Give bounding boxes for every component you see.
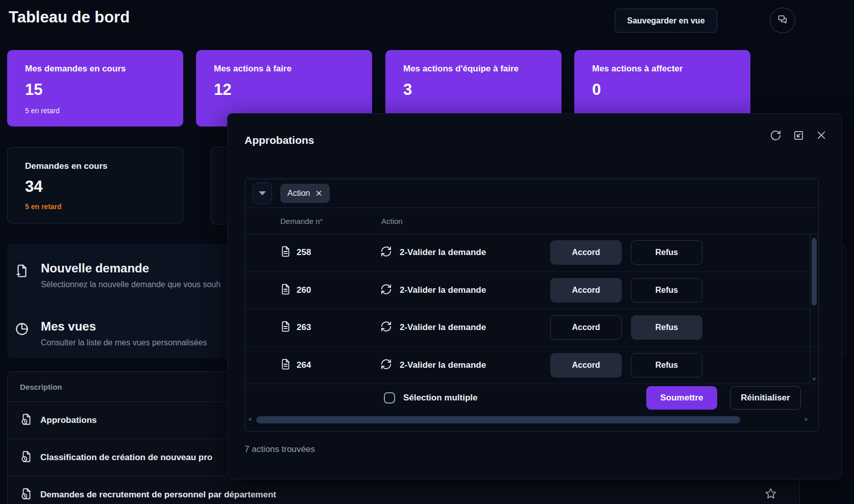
table-header: Demande n° Action (246, 208, 818, 234)
scroll-right-icon[interactable] (805, 417, 808, 421)
scroll-left-icon[interactable] (248, 417, 251, 421)
chevron-down-icon (259, 191, 266, 195)
accord-button[interactable]: Accord (550, 240, 622, 265)
quick-link-nouvelle-demande[interactable]: Nouvelle demande Sélectionnez la nouvell… (14, 261, 221, 289)
filter-chip-label: Action (287, 189, 310, 198)
stat-note: 5 en retard (25, 107, 173, 115)
refresh-icon[interactable] (769, 129, 782, 141)
result-count: 7 actions trouvées (245, 444, 315, 455)
vertical-scrollbar[interactable] (810, 234, 818, 384)
sync-icon (380, 358, 392, 372)
expand-icon[interactable] (792, 129, 804, 141)
file-lines-icon (279, 245, 292, 260)
column-demande: Demande n° (246, 217, 381, 225)
approval-row: 258 2-Valider la demande Accord Refus (246, 234, 818, 272)
scroll-down-icon[interactable] (812, 378, 816, 381)
horizontal-scrollbar[interactable] (246, 412, 818, 431)
refus-button[interactable]: Refus (631, 315, 702, 340)
modal-title: Approbations (245, 134, 314, 146)
stat-card-mes-demandes[interactable]: Mes demandes en cours 15 5 en retard (7, 50, 183, 127)
approval-row: 260 2-Valider la demande Accord Refus (246, 272, 818, 310)
accord-button[interactable]: Accord (550, 278, 622, 303)
sync-icon (380, 246, 392, 260)
summary-note: 5 en retard (25, 203, 173, 211)
quick-link-text: Nouvelle demande Sélectionnez la nouvell… (41, 261, 221, 289)
multi-select-checkbox[interactable] (384, 392, 395, 404)
request-number: 263 (297, 322, 311, 333)
description-row-label: Approbations (40, 415, 97, 425)
approval-row: 263 2-Valider la demande Accord Refus (246, 309, 818, 347)
stat-label: Mes actions d'équipe à faire (403, 64, 551, 74)
summary-value: 34 (25, 178, 173, 196)
approbations-modal: Approbations (227, 113, 842, 480)
file-plus-icon (14, 263, 30, 281)
sync-icon (380, 283, 392, 297)
description-row-label: Classification de création de nouveau pr… (40, 452, 212, 463)
pie-chart-icon (14, 321, 30, 339)
stat-value: 3 (403, 81, 551, 99)
action-label: 2-Valider la demande (400, 247, 486, 258)
stat-label: Mes actions à affecter (592, 64, 740, 74)
submit-button[interactable]: Soumettre (646, 386, 717, 410)
save-view-button[interactable]: Sauvegarder en vue (615, 9, 717, 33)
accord-button[interactable]: Accord (550, 315, 622, 340)
action-label: 2-Valider la demande (400, 360, 486, 370)
refus-button[interactable]: Refus (631, 278, 702, 303)
quick-link-title: Mes vues (41, 319, 207, 334)
stat-value: 0 (592, 81, 740, 99)
chat-button[interactable] (770, 8, 795, 33)
close-icon[interactable] (815, 129, 827, 141)
reset-button[interactable]: Réinitialiser (730, 386, 801, 410)
refus-button[interactable]: Refus (631, 240, 702, 265)
chip-close-icon[interactable]: ✕ (315, 188, 322, 199)
action-label: 2-Valider la demande (400, 285, 486, 295)
filter-bar: Action ✕ (246, 179, 818, 208)
quick-link-mes-vues[interactable]: Mes vues Consulter la liste de mes vues … (14, 319, 207, 347)
dashboard-page: Tableau de bord Sauvegarder en vue Mes d… (0, 0, 854, 504)
modal-toolbar (769, 129, 827, 141)
quick-link-subtitle: Consulter la liste de mes vues personnal… (41, 338, 207, 347)
multi-select-label: Sélection multiple (403, 393, 477, 403)
file-lines-icon (279, 283, 292, 297)
page-title: Tableau de bord (9, 8, 130, 27)
request-number: 264 (297, 360, 311, 370)
stat-value: 15 (25, 81, 173, 99)
quick-link-text: Mes vues Consulter la liste de mes vues … (41, 319, 207, 347)
quick-link-title: Nouvelle demande (41, 261, 221, 275)
filter-chip-action[interactable]: Action ✕ (280, 184, 330, 203)
description-row-recrutement[interactable]: Demandes de recrutement de personnel par… (8, 476, 799, 504)
approval-row: 264 2-Valider la demande Accord Refus (246, 347, 818, 385)
quick-link-subtitle: Sélectionnez la nouvelle demande que vou… (41, 280, 221, 289)
sync-icon (380, 321, 392, 335)
table-footer: Sélection multiple Soumettre Réinitialis… (246, 384, 818, 412)
file-clock-icon (20, 413, 33, 429)
file-lines-icon (279, 320, 292, 335)
file-clock-icon (20, 487, 33, 503)
description-row-label: Demandes de recrutement de personnel par… (40, 490, 276, 500)
stat-label: Mes actions à faire (214, 64, 362, 74)
summary-card-demandes-en-cours[interactable]: Demandes en cours 34 5 en retard (7, 147, 183, 223)
filter-dropdown-button[interactable] (253, 183, 272, 204)
horizontal-scrollbar-thumb[interactable] (256, 416, 740, 423)
request-number: 258 (297, 247, 311, 258)
column-action: Action (381, 217, 818, 225)
star-icon[interactable] (764, 487, 778, 503)
stat-label: Mes demandes en cours (25, 64, 173, 74)
vertical-scrollbar-thumb[interactable] (812, 238, 817, 306)
approvals-table-container: Action ✕ Demande n° Action 258 (245, 179, 819, 432)
chat-bubbles-icon (776, 13, 789, 28)
stat-value: 12 (214, 81, 362, 99)
accord-button[interactable]: Accord (550, 353, 622, 377)
request-number: 260 (297, 285, 311, 295)
refus-button[interactable]: Refus (631, 353, 702, 377)
file-lines-icon (279, 358, 292, 372)
summary-label: Demandes en cours (25, 161, 173, 171)
action-label: 2-Valider la demande (400, 322, 486, 333)
file-clock-icon (20, 450, 33, 466)
